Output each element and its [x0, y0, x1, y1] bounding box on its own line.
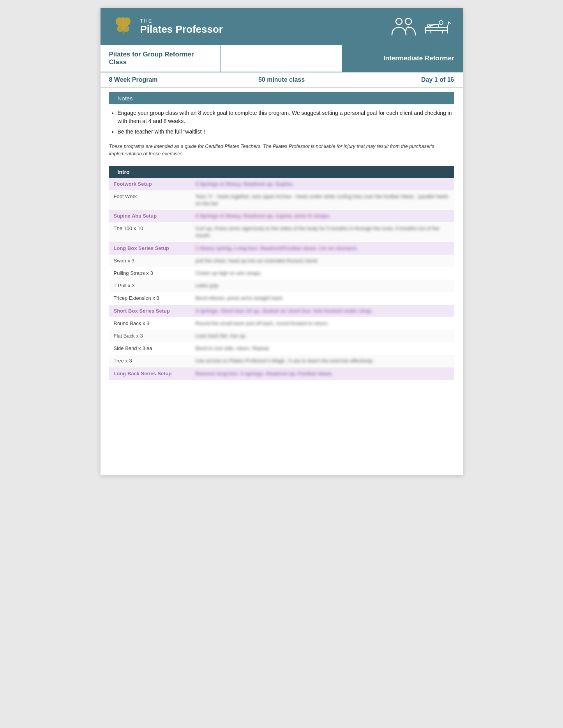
notes-header: Notes [109, 92, 454, 104]
duration-label: 50 minute class [224, 76, 339, 83]
exercise-description: 3 springs. Short box sit up. Seated on s… [191, 305, 454, 317]
exercise-description: Round the small back and off back. round… [191, 317, 454, 330]
group-icon [390, 16, 417, 37]
exercise-name: T Pull x 3 [109, 280, 191, 292]
exercise-name: Round Back x 3 [109, 317, 191, 330]
exercise-description: Lean back flat, rise up. [191, 330, 454, 342]
notes-item-2: Be the teacher with the full "waitlist"! [118, 128, 454, 136]
section-title: Intro [109, 166, 454, 178]
notes-list: Engage your group class with an 8 week g… [109, 109, 454, 136]
page: THE Pilates Professor [101, 8, 463, 475]
level-label: Intermediate Reformer [342, 45, 463, 72]
exercise-description: 4 Springs in Heavy. Headrest up. Supine. [191, 178, 454, 190]
exercise-description: Bend elbows, press arms straight back. [191, 292, 454, 304]
sub-info-bar: 8 Week Program 50 minute class Day 1 of … [101, 72, 463, 88]
program-label: 8 Week Program [109, 76, 224, 83]
exercise-description: Letter grip. [191, 280, 454, 292]
exercise-name: Footwork Setup [109, 178, 191, 190]
notes-item-1: Engage your group class with an 8 week g… [118, 109, 454, 125]
svg-rect-4 [425, 27, 447, 30]
exercise-name: Pulling Straps x 3 [109, 267, 191, 280]
exercise-description: pull the chest, head up into an extended… [191, 255, 454, 267]
exercise-description: Use access to Pilates Professor's Magic.… [191, 355, 454, 367]
logo-text-area: THE Pilates Professor [140, 18, 223, 35]
exercise-name: Tricep Extension x 8 [109, 292, 191, 304]
exercise-name: Supine Abs Setup [109, 210, 191, 222]
exercise-table: Footwork Setup4 Springs in Heavy. Headre… [109, 178, 454, 380]
svg-line-11 [449, 22, 450, 23]
logo-the-text: THE [140, 18, 223, 24]
day-label: Day 1 of 16 [339, 76, 454, 83]
logo-name-text: Pilates Professor [140, 24, 223, 35]
notes-disclaimer: These programs are intended as a guide f… [101, 143, 463, 162]
logo-area: THE Pilates Professor [111, 15, 223, 38]
exercise-name: Foot Work [109, 190, 191, 210]
exercise-name: Swan x 3 [109, 255, 191, 267]
logo-icon [111, 15, 135, 38]
exercise-name: Long Box Series Setup [109, 242, 191, 255]
exercise-description: Remove long box. 3 springs. Headrest up.… [191, 368, 454, 380]
exercise-description: Bend to one side, return. Repeat. [191, 342, 454, 355]
info-bar: Pilates for Group Reformer Class Interme… [101, 45, 463, 72]
exercise-description: Curl up, Press arms vigorously to the si… [191, 222, 454, 242]
header-icons [390, 16, 452, 37]
exercise-name: Long Back Series Setup [109, 368, 191, 380]
svg-point-6 [439, 21, 443, 25]
exercise-description: Toes 'V' - heels together, toes apart Ar… [191, 190, 454, 210]
svg-point-1 [122, 17, 124, 19]
exercise-name: Side Bend x 3 ea [109, 342, 191, 355]
svg-line-10 [447, 22, 449, 27]
exercise-name: Flat Back x 3 [109, 330, 191, 342]
notes-body: Engage your group class with an 8 week g… [101, 104, 463, 143]
svg-point-3 [405, 18, 411, 25]
exercise-name: Short Box Series Setup [109, 305, 191, 317]
class-label: Pilates for Group Reformer Class [101, 45, 222, 72]
exercise-name: The 100 x 10 [109, 222, 191, 242]
exercise-description: 4 Springs in Heavy. Headrest up, supine,… [191, 210, 454, 222]
info-middle [221, 45, 342, 72]
reformer-icon [424, 16, 452, 37]
exercise-name: Tree x 3 [109, 355, 191, 367]
exercise-description: 1 Heavy spring, Long box. Headrest/Footb… [191, 242, 454, 255]
exercise-description: Choke up high on arm straps. [191, 267, 454, 280]
svg-point-2 [396, 18, 402, 25]
header: THE Pilates Professor [101, 8, 463, 45]
